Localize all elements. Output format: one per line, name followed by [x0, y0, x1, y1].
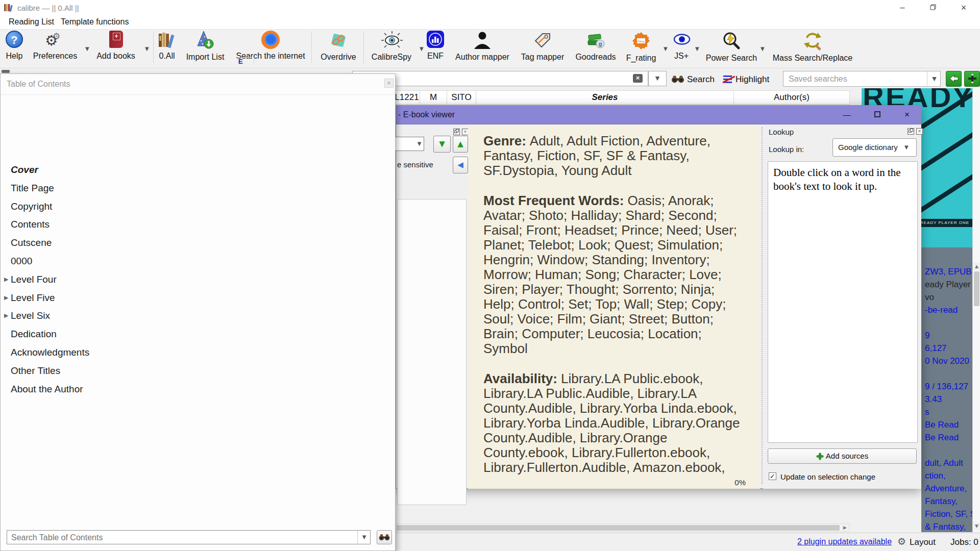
book-detail-line[interactable]: & Fantasy, — [925, 522, 966, 532]
highlight-icon[interactable] — [723, 74, 735, 84]
scroll-up-icon[interactable]: ▲ — [973, 263, 980, 270]
clear-search-icon[interactable]: × — [633, 74, 643, 83]
toc-entry-about-the-author[interactable]: ▶ About the Author — [1, 382, 394, 396]
find-previous-button[interactable]: ▲ — [453, 136, 468, 153]
book-detail-line[interactable]: ZW3, EPUB — [925, 267, 972, 277]
close-panel-icon[interactable]: × — [916, 128, 923, 135]
chevron-down-icon[interactable]: ▼ — [904, 144, 909, 150]
search-results-list[interactable] — [397, 199, 467, 505]
toc-entry-title-page[interactable]: ▶ Title Page — [1, 181, 394, 195]
toc-entry-cutscene[interactable]: ▶ Cutscene — [1, 236, 394, 250]
toc-panel-header[interactable]: Table of Contents × — [1, 74, 395, 95]
toc-entry-level-six[interactable]: ▶ Level Six — [1, 309, 394, 323]
case-sensitive-label[interactable]: e sensitive — [397, 160, 433, 169]
highlight-button[interactable]: Highlight — [736, 74, 769, 85]
column-header[interactable]: L1221 — [394, 90, 420, 105]
toc-entry-level-five[interactable]: ▶ Level Five — [1, 291, 394, 305]
toc-entry-level-four[interactable]: ▶ Level Four — [1, 272, 394, 287]
toc-search-combo[interactable]: ▼ — [7, 530, 371, 544]
book-detail-line[interactable]: dult, Adult — [925, 458, 963, 468]
toc-entry-copyright[interactable]: ▶ Copyright — [1, 199, 394, 214]
chevron-down-icon[interactable]: ▼ — [415, 137, 424, 151]
chevron-down-icon[interactable]: ▼ — [357, 531, 371, 544]
vertical-scrollbar[interactable]: ▲ ▼ — [972, 88, 980, 532]
toc-entry-other-titles[interactable]: ▶ Other Titles — [1, 364, 394, 378]
menu-reading-list[interactable]: Reading List — [9, 17, 54, 27]
plugin-updates-link[interactable]: 2 plugin updates available — [797, 537, 892, 546]
mass-search-replace-icon — [802, 31, 823, 51]
expand-arrow-icon[interactable]: ▶ — [4, 309, 8, 323]
book-detail-line[interactable]: s — [925, 407, 929, 417]
book-detail-line[interactable]: ction, — [925, 471, 946, 481]
layout-button[interactable]: Layout — [910, 537, 936, 547]
viewer-maximize-button[interactable] — [869, 110, 886, 120]
viewer-minimize-button[interactable]: — — [838, 110, 855, 120]
layout-gear-icon[interactable]: ⚙ — [897, 536, 906, 547]
horizontal-scrollbar[interactable]: ▶ — [396, 523, 850, 532]
chevron-down-icon[interactable]: ▼ — [761, 46, 765, 52]
content-paragraph: Most Frequent Words:Oasis; Anorak; Avata… — [483, 193, 749, 356]
column-header-authors[interactable]: Author(s) — [733, 90, 850, 105]
jobs-indicator[interactable]: Jobs: 0 — [950, 537, 978, 547]
column-header[interactable]: SITO — [447, 90, 476, 105]
close-icon[interactable]: × — [384, 79, 394, 88]
toc-entry-dedication[interactable]: ▶ Dedication — [1, 327, 394, 341]
viewer-close-button[interactable]: × — [898, 110, 916, 120]
menu-template-functions[interactable]: Template functions — [61, 17, 129, 27]
update-on-selection-checkbox[interactable]: ✓ — [769, 472, 776, 480]
window-minimize-button[interactable]: – — [892, 2, 913, 13]
library-search-input[interactable] — [352, 71, 648, 86]
copy-search-button[interactable] — [946, 71, 962, 87]
toc-search-input[interactable] — [10, 532, 349, 544]
book-detail-line[interactable]: Be Read — [925, 433, 959, 443]
back-arrow-button[interactable]: ◀ — [453, 157, 468, 173]
book-detail-line[interactable]: 3.43 — [925, 394, 942, 405]
toolbar-button-power-search[interactable]: ▼ Power Search — [691, 31, 772, 63]
viewer-titlebar[interactable]: - E-book viewer — × — [396, 106, 921, 124]
window-close-button[interactable]: × — [953, 2, 974, 13]
chevron-down-icon[interactable]: ▼ — [927, 71, 941, 86]
float-panel-icon[interactable] — [908, 128, 914, 135]
expand-arrow-icon[interactable]: ▶ — [4, 291, 8, 305]
scrollbar-thumb[interactable] — [974, 271, 979, 306]
search-dropdown-button[interactable]: ▼ — [648, 71, 667, 86]
scroll-down-icon[interactable]: ▼ — [973, 522, 980, 530]
book-detail-line[interactable]: Be Read — [925, 420, 959, 430]
add-sources-button[interactable]: Add sources — [768, 448, 917, 464]
search-binoculars-icon[interactable] — [671, 74, 684, 85]
lookup-title: Lookup — [769, 128, 794, 136]
book-detail-line[interactable]: vo — [925, 292, 934, 303]
search-button[interactable]: Search — [687, 74, 715, 85]
lookup-source-select[interactable]: Google dictionary ▼ — [832, 138, 917, 157]
column-header-series[interactable]: Series — [476, 90, 733, 105]
update-on-selection-label[interactable]: Update on selection change — [780, 472, 875, 481]
book-detail-line[interactable]: 6,127 — [925, 343, 947, 354]
expand-arrow-icon[interactable]: ▶ — [4, 272, 8, 287]
book-detail-line[interactable]: eady Player — [925, 280, 971, 290]
import-list-icon — [195, 31, 215, 51]
book-detail-line[interactable]: Fantasy, — [925, 496, 958, 507]
book-detail-line[interactable]: -be-read — [925, 305, 958, 315]
toc-entry-0000[interactable]: ▶ 0000 — [1, 254, 394, 268]
toc-entry-acknowledgments[interactable]: ▶ Acknowledgments — [1, 345, 394, 360]
save-search-button[interactable] — [964, 71, 980, 87]
float-panel-icon[interactable] — [453, 129, 460, 135]
book-detail-line[interactable]: Adventure, — [925, 484, 967, 494]
calibre-logo-icon — [4, 3, 14, 15]
preferences-icon: ⚙⚙ — [45, 31, 65, 51]
book-detail-line[interactable]: 9 / 136,127 — [925, 382, 968, 392]
find-next-button[interactable]: ▼ — [433, 136, 451, 153]
toc-entry-cover[interactable]: ▶ Cover — [1, 163, 394, 177]
scroll-right-icon[interactable]: ▶ — [841, 524, 849, 531]
window-restore-button[interactable] — [923, 2, 943, 13]
toc-entry-contents[interactable]: ▶ Contents — [1, 217, 394, 232]
toc-search-button[interactable] — [377, 530, 392, 544]
book-detail-line[interactable]: 9 — [925, 331, 929, 341]
book-detail-line[interactable]: Fiction, SF, SF — [925, 509, 972, 519]
toolbar-button-mass-search-replace[interactable]: ▼ Mass Search/Replace — [772, 31, 853, 63]
saved-searches-combo[interactable]: Saved searches ▼ — [783, 71, 941, 87]
column-header[interactable]: M — [420, 90, 447, 105]
scrollbar-thumb[interactable] — [397, 525, 840, 531]
viewer-content[interactable]: 0% Genre:Adult, Adult Fiction, Adventure… — [468, 124, 760, 489]
book-detail-line[interactable]: 0 Nov 2020 — [925, 356, 969, 366]
